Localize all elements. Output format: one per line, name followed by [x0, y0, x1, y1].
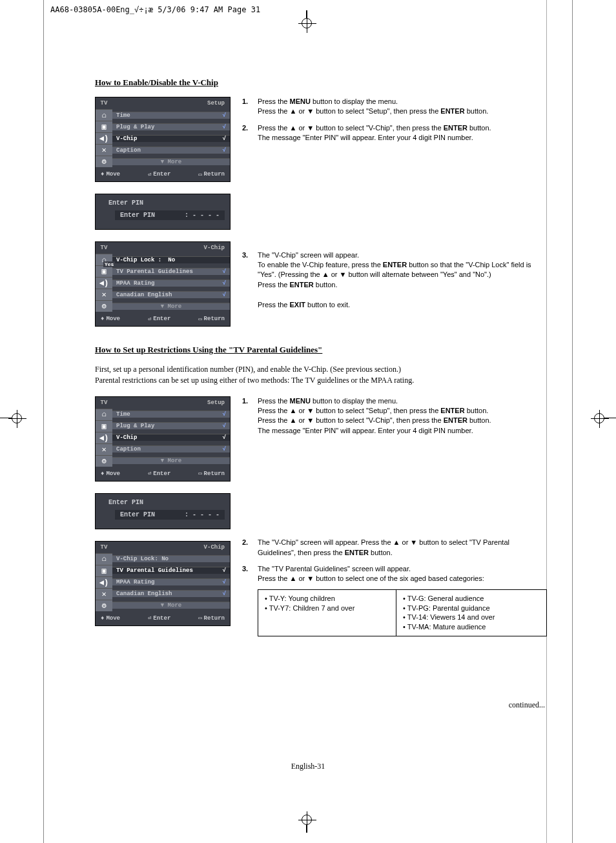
pin-title: Enter PIN: [108, 199, 222, 207]
rating-tvy7: • TV-Y7: Children 7 and over: [265, 604, 389, 613]
osd-footer: ♦ Move ⏎ Enter ▭ Return: [96, 467, 230, 481]
margin-line: [572, 0, 573, 843]
osd-more: ▼ More: [112, 602, 230, 609]
pin-field: Enter PIN : - - - -: [115, 210, 225, 220]
osd-icon: ✕: [96, 289, 112, 300]
osd-title: V-Chip: [112, 544, 230, 551]
step-3: 3. The "V-Chip" screen will appear. To e…: [242, 250, 547, 310]
osd-icon: ⌂: [96, 409, 112, 420]
osd-item-time: Time√: [112, 411, 230, 418]
osd-icon: ⚙: [96, 300, 112, 312]
osd-sidebar-label: TV: [96, 245, 112, 251]
osd-setup-menu: TV Setup ⌂Time√ ▣Plug & Play√ ◀)V-Chip√ …: [95, 97, 231, 182]
osd-icon: ◀): [96, 576, 112, 588]
osd-setup-menu: TV Setup ⌂Time√ ▣Plug & Play√ ◀)V-Chip√ …: [95, 396, 231, 482]
osd-footer: ♦ Move ⏎ Enter ▭ Return: [96, 611, 230, 625]
osd-sidebar-label: TV: [96, 400, 112, 406]
osd-title: V-Chip: [112, 245, 230, 251]
osd-icon: ✕: [96, 443, 112, 455]
osd-icon: ▣: [96, 420, 112, 432]
rating-tvy: • TV-Y: Young children: [265, 594, 389, 604]
step-1: 1. Press the MENU button to display the …: [242, 97, 547, 117]
step-2: 2. The "V-Chip" screen will appear. Pres…: [242, 538, 547, 558]
osd-more: ▼ More: [112, 158, 230, 165]
osd-item-vchip-lock: V-Chip Lock :NoYes: [112, 256, 230, 263]
osd-pin-panel: Enter PIN Enter PIN : - - - -: [95, 493, 231, 529]
ratings-table: • TV-Y: Young children • TV-Y7: Children…: [258, 589, 547, 636]
print-header: AA68-03805A-00Eng_√÷¡æ 5/3/06 9:47 AM Pa…: [50, 5, 260, 14]
osd-icon: ⚙: [96, 156, 112, 167]
osd-item-time: Time√: [112, 112, 230, 119]
osd-item-vchip: V-Chip√: [112, 135, 230, 142]
rating-tvma: • TV-MA: Mature audience: [403, 622, 540, 632]
osd-footer: ♦ Move ⏎ Enter ▭ Return: [96, 167, 230, 181]
osd-icon: ⚙: [96, 455, 112, 467]
osd-pin-panel: Enter PIN Enter PIN : - - - -: [95, 194, 231, 230]
continued-label: continued...: [509, 700, 545, 710]
osd-item-vchip: V-Chip√: [112, 434, 230, 441]
osd-icon: ◀): [96, 132, 112, 144]
osd-icon: ◀): [96, 432, 112, 443]
osd-title: Setup: [112, 400, 230, 406]
rating-tvg: • TV-G: General audience: [403, 594, 540, 604]
registration-mark: [12, 413, 22, 423]
osd-item-mpaa: MPAA Rating√: [112, 279, 230, 287]
step-3: 3. The "TV Parental Guidelines" screen w…: [242, 564, 547, 636]
intro-text: First, set up a personal identification …: [95, 364, 547, 386]
osd-vchip-menu: TV V-Chip ⌂V-Chip Lock :NoYes ▣TV Parent…: [95, 241, 231, 327]
osd-more: ▼ More: [112, 457, 230, 464]
osd-footer: ♦ Move ⏎ Enter ▭ Return: [96, 312, 230, 326]
section-heading: How to Enable/Disable the V-Chip: [95, 77, 547, 88]
registration-mark: [302, 815, 312, 825]
osd-item-vchip-lock: V-Chip Lock: No: [112, 555, 230, 562]
step-1: 1. Press the MENU button to display the …: [242, 396, 547, 436]
osd-alt-value: Yes: [103, 261, 115, 267]
osd-item-can-eng: Canadian English√: [112, 590, 230, 597]
osd-item-plugplay: Plug & Play√: [112, 123, 230, 130]
osd-item-caption: Caption√: [112, 147, 230, 154]
pin-title: Enter PIN: [108, 499, 222, 506]
osd-item-plugplay: Plug & Play√: [112, 422, 230, 429]
osd-sidebar-label: TV: [96, 544, 112, 551]
osd-item-can-eng: Canadian English√: [112, 291, 230, 298]
margin-line: [43, 0, 44, 843]
osd-icon: ⚙: [96, 600, 112, 611]
osd-icon: ⌂: [96, 109, 112, 121]
step-2: 2. Press the ▲ or ▼ button to select "V-…: [242, 123, 547, 143]
osd-item-caption: Caption√: [112, 445, 230, 452]
osd-icon: ✕: [96, 588, 112, 600]
osd-icon: ▣: [96, 121, 112, 132]
osd-icon: ✕: [96, 144, 112, 156]
osd-item-mpaa: MPAA Rating√: [112, 578, 230, 585]
osd-vchip-menu: TV V-Chip ⌂V-Chip Lock: No ▣TV Parental …: [95, 541, 231, 626]
osd-icon: ◀): [96, 277, 112, 289]
osd-icon: ▣: [96, 565, 112, 576]
osd-sidebar-label: TV: [96, 100, 112, 107]
osd-title: Setup: [112, 100, 230, 107]
osd-icon: ⌂: [96, 553, 112, 565]
pin-field: Enter PIN : - - - -: [115, 510, 225, 520]
osd-more: ▼ More: [112, 303, 230, 310]
osd-item-tvpg: TV Parental Guidelines√: [112, 567, 230, 574]
osd-item-tvpg: TV Parental Guidelines√: [112, 268, 230, 275]
rating-tvpg: • TV-PG: Parental guidance: [403, 604, 540, 613]
section-heading: How to Set up Restrictions Using the "TV…: [95, 345, 547, 355]
rating-tv14: • TV-14: Viewers 14 and over: [403, 613, 540, 622]
page-number: English-31: [0, 762, 616, 771]
registration-mark: [594, 413, 604, 423]
registration-mark: [302, 18, 312, 28]
